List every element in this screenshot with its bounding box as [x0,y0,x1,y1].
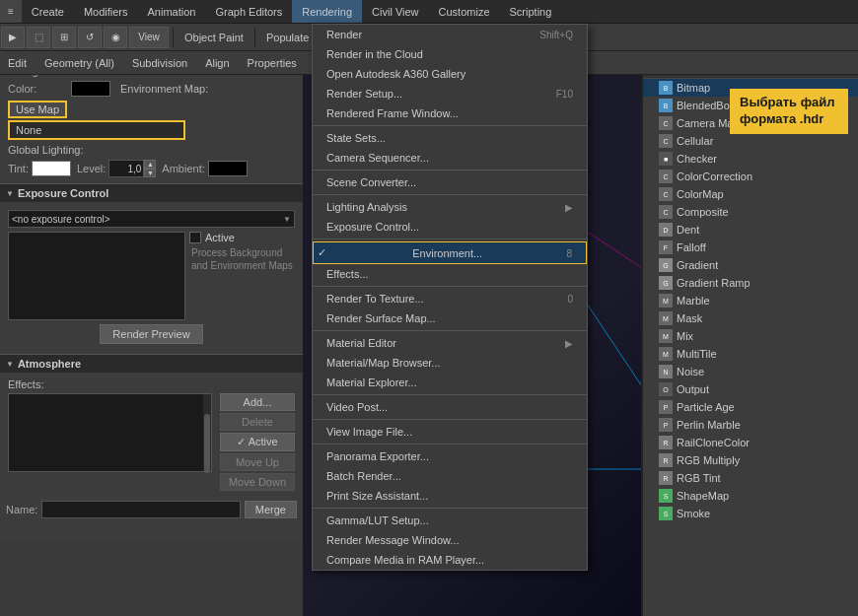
atmosphere-title: Atmosphere [18,358,81,370]
rendering-menu-item[interactable]: Gamma/LUT Setup... [313,511,587,530]
atmosphere-header[interactable]: ▼ Atmosphere [0,354,303,373]
populate-label: Populate [258,32,317,43]
active-toggle-btn[interactable]: ✓ Active [220,433,295,451]
rendering-menu-item[interactable]: Material Editor ▶ [313,333,587,353]
name-input[interactable] [41,501,240,518]
map-item[interactable]: SShapeMap [643,487,858,505]
map-item[interactable]: CCellular [643,132,858,150]
menu-item-animation[interactable]: Animation [138,0,206,23]
tab-subdivision[interactable]: Subdivision [124,51,195,74]
toolbar-btn-2[interactable]: ⬚ [27,27,50,48]
active-checkbox[interactable] [189,232,201,243]
map-item[interactable]: CComposite [643,203,858,221]
rendering-menu: RenderShift+QRender in the CloudOpen Aut… [312,24,588,571]
render-preview-btn[interactable]: Render Preview [100,324,202,344]
rendering-menu-item[interactable]: Lighting Analysis ▶ [313,197,587,217]
menu-item-graph-editors[interactable]: Graph Editors [205,0,292,23]
map-item[interactable]: CColorCorrection [643,168,858,185]
active-row: Active [189,232,293,243]
map-item[interactable]: MMarble [643,292,858,309]
menu-item-rendering[interactable]: Rendering [292,0,362,23]
rendering-menu-item[interactable]: Video Post... [313,397,587,417]
toolbar-btn-6[interactable]: View [129,27,169,48]
menu-item-scripting[interactable]: Scripting [500,0,562,23]
rendering-menu-item[interactable]: Exposure Control... [313,217,587,237]
menu-item-create[interactable]: Create [22,0,74,23]
move-up-btn[interactable]: Move Up [220,453,295,471]
preview-area [8,232,185,320]
rendering-menu-item[interactable]: Effects... [313,264,587,284]
rendering-menu-item[interactable]: Print Size Assistant... [313,486,587,506]
exposure-dropdown[interactable]: <no exposure control> ▼ [8,210,295,228]
use-map-btn[interactable]: Use Map [8,101,67,118]
map-item[interactable]: RRailCloneColor [643,434,858,451]
map-item[interactable]: FFalloff [643,239,858,256]
menu-item-customize[interactable]: Customize [429,0,500,23]
rendering-menu-item[interactable]: Environment...8 [313,241,587,264]
map-item[interactable]: RRGB Multiply [643,451,858,469]
map-item[interactable]: GGradient [643,256,858,274]
rendering-menu-item[interactable]: Render Message Window... [313,530,587,550]
common-params-body: Background: Color: Environment Map: Use … [0,59,303,183]
map-item[interactable]: ■Checker [643,150,858,168]
rendering-menu-item[interactable]: Open Autodesk A360 Gallery [313,64,587,84]
atmosphere-list [8,393,212,472]
map-item[interactable]: MMultiTile [643,345,858,363]
color-swatch[interactable] [71,81,110,97]
map-item[interactable]: GGradient Ramp [643,274,858,292]
rendering-menu-item[interactable]: Panorama Exporter... [313,446,587,466]
map-item[interactable]: PParticle Age [643,398,858,416]
level-up-btn[interactable]: ▲ [144,160,156,169]
rendering-menu-item[interactable]: Render To Texture...0 [313,289,587,308]
delete-btn[interactable]: Delete [220,413,295,431]
rendering-menu-item[interactable]: Render Surface Map... [313,308,587,328]
tab-edit[interactable]: Edit [0,51,35,74]
rendering-menu-item[interactable]: Batch Render... [313,466,587,486]
map-item[interactable]: OOutput [643,380,858,398]
level-down-btn[interactable]: ▼ [144,169,156,177]
rendering-menu-item[interactable]: Compare Media in RAM Player... [313,550,587,570]
menu-item-civil-view[interactable]: Civil View [362,0,428,23]
toolbar-btn-5[interactable]: ◉ [104,27,127,48]
rendering-menu-item[interactable]: Material Explorer... [313,373,587,392]
rendering-menu-item[interactable]: Rendered Frame Window... [313,103,587,123]
map-item[interactable]: PPerlin Marble [643,416,858,434]
atmosphere-scrollbar[interactable] [203,394,211,471]
none-btn[interactable]: None [8,120,185,140]
menu-item-modifiers[interactable]: Modifiers [74,0,138,23]
level-input[interactable] [108,160,144,177]
map-item[interactable]: DDent [643,221,858,239]
menu-item-file[interactable]: ≡ [0,0,22,23]
rendering-menu-item[interactable]: View Image File... [313,422,587,442]
merge-btn[interactable]: Merge [245,501,297,518]
rendering-menu-item[interactable]: Camera Sequencer... [313,148,587,168]
rendering-menu-item[interactable]: Material/Map Browser... [313,353,587,373]
rendering-menu-item[interactable]: Render in the Cloud [313,44,587,64]
map-item[interactable]: NNoise [643,363,858,380]
map-item-icon: N [659,365,673,378]
tab-properties[interactable]: Properties [240,51,305,74]
tab-geometry[interactable]: Geometry (All) [36,51,122,74]
map-item[interactable]: MMask [643,309,858,327]
exposure-body: <no exposure control> ▼ Active Process B… [0,204,303,354]
map-item[interactable]: CColorMap [643,185,858,203]
map-item[interactable]: MMix [643,327,858,345]
map-item[interactable]: RRGB Tint [643,469,858,487]
menu-divider [313,286,587,287]
rendering-menu-item[interactable]: Scene Converter... [313,172,587,192]
toolbar-btn-1[interactable]: ▶ [1,27,25,48]
exposure-control-header[interactable]: ▼ Exposure Control [0,183,303,202]
rendering-menu-item[interactable]: State Sets... [313,128,587,148]
toolbar-btn-4[interactable]: ↺ [78,27,102,48]
tab-align[interactable]: Align [197,51,237,74]
rendering-menu-item[interactable]: Render Setup...F10 [313,84,587,103]
rendering-menu-item[interactable]: RenderShift+Q [313,25,587,44]
ambient-swatch[interactable] [208,161,248,176]
ambient-label: Ambient: [162,163,204,174]
shortcut-label: 0 [567,294,573,305]
tint-swatch[interactable] [32,161,71,176]
move-down-btn[interactable]: Move Down [220,473,295,491]
add-btn[interactable]: Add... [220,393,295,411]
toolbar-btn-3[interactable]: ⊞ [52,27,76,48]
map-item[interactable]: SSmoke [643,505,858,522]
